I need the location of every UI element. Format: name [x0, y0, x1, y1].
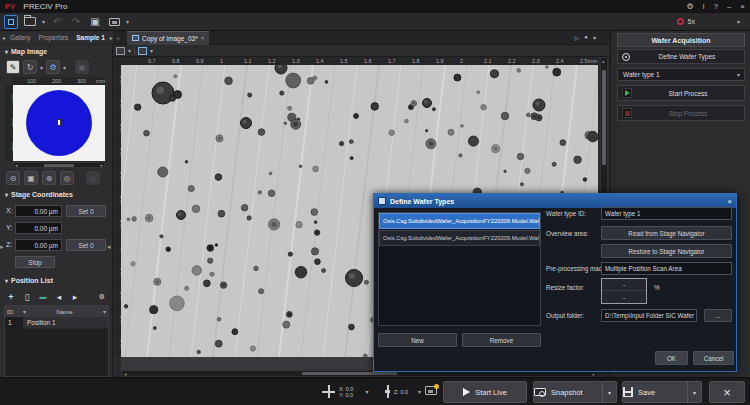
marker-tool-icon[interactable]: ✎	[6, 60, 20, 74]
start-play-icon	[622, 88, 632, 98]
wafer-type-id-field[interactable]: Wafer type 1	[601, 207, 732, 220]
record-dot-icon[interactable]: ●	[584, 34, 588, 41]
z-coordinate-field[interactable]: 0.00 µm	[15, 239, 62, 251]
add-position-icon[interactable]: +	[4, 290, 18, 303]
objective-magnification[interactable]: 5x	[688, 18, 695, 25]
tab-properties[interactable]: Properties	[36, 34, 72, 41]
x-label: X:	[6, 207, 13, 214]
position-settings-gear-icon[interactable]: ⚙	[95, 290, 109, 303]
x-coordinate-field[interactable]: 0.00 µm	[15, 205, 62, 217]
display-chevron-down-icon[interactable]: ▾	[126, 18, 129, 25]
new-button[interactable]: New	[378, 333, 457, 347]
wafer-map-canvas[interactable]	[13, 85, 105, 161]
column-id[interactable]: ID	[5, 309, 23, 315]
stop-stage-button[interactable]: Stop	[15, 256, 55, 268]
dialog-icon	[378, 197, 386, 205]
save-button[interactable]: Save ▾	[622, 381, 702, 403]
z-chevron-down-icon[interactable]: ▾	[418, 388, 421, 395]
column-name[interactable]: Name	[26, 309, 103, 315]
resize-value-top: -	[602, 279, 646, 291]
browse-folder-button[interactable]: ...	[704, 309, 732, 322]
wafer-type-dropdown[interactable]: Wafer type 1 ▾	[617, 68, 745, 81]
zoom-out-icon[interactable]: ⊖	[6, 171, 20, 185]
dialog-close-icon[interactable]: ×	[727, 197, 732, 206]
snapshot-button[interactable]: Snapshot ▾	[533, 381, 617, 403]
map-settings-chevron-down-icon[interactable]: ▾	[63, 64, 66, 71]
tabs-scroll-left-icon[interactable]: ◂	[2, 34, 5, 41]
settings-gear-icon[interactable]: ⚙	[686, 2, 693, 11]
app-window: PV PRECiV Pro ⚙ i ? – × ▾ ↶ ↷ ▣ ▾ 5x ▾ ◂…	[0, 0, 750, 405]
read-from-stage-navigator-button[interactable]: Read from Stage Navigator	[601, 226, 732, 240]
tabbar-scroll-left-icon[interactable]: ◂	[116, 34, 119, 41]
dialog-title-bar[interactable]: Define Wafer Types ×	[374, 194, 736, 208]
bottom-bar: X: 0.0 Y: 0.0 ▾ Z: 0.0 ▾ Start Live Snap…	[0, 377, 750, 405]
refresh-map-icon[interactable]: ↻	[23, 60, 37, 74]
output-folder-field[interactable]: D:\Temp\Input Folder SiC Wafer	[601, 309, 697, 322]
define-wafer-types-button[interactable]: Define Wafer Types	[617, 49, 745, 64]
save-view-chevron-icon[interactable]: ▾	[128, 47, 131, 54]
ruler-tick: 0.9	[196, 58, 204, 64]
panel-collapse-chevron-icon[interactable]: ◂	[107, 243, 111, 251]
map-settings-gear-icon[interactable]: ⚙	[46, 60, 60, 74]
undo-icon[interactable]: ↶	[50, 15, 64, 29]
open-folder-icon[interactable]	[23, 15, 37, 29]
ruler-tick: 1.4	[316, 58, 324, 64]
image-tab[interactable]: Copy of Image_03* ×	[127, 31, 209, 45]
goto-position-icon[interactable]: ▬	[36, 290, 50, 303]
view-chevron-down-icon[interactable]: ▾	[593, 34, 596, 41]
close-tab-icon[interactable]: ×	[201, 35, 205, 41]
map-horizontal-scrollbar[interactable]: ◂ ▸	[13, 162, 105, 168]
fit-view-icon[interactable]: ▣	[24, 171, 38, 185]
remove-button[interactable]: Remove	[462, 333, 541, 347]
stage-xy-control[interactable]: X: 0.0 Y: 0.0 ▾	[322, 385, 368, 398]
display-icon[interactable]	[107, 15, 121, 29]
start-process-button[interactable]: Start Process	[617, 85, 745, 101]
info-icon[interactable]: i	[703, 2, 705, 11]
save-chevron-down-icon[interactable]: ▾	[687, 381, 701, 403]
delete-position-icon[interactable]: ▯	[20, 290, 34, 303]
map-image-header[interactable]: ▾Map Image	[5, 48, 47, 55]
close-view-button[interactable]: ×	[709, 381, 745, 403]
refresh-chevron-down-icon[interactable]: ▾	[40, 64, 43, 71]
display-mode-chevron-icon[interactable]: ▾	[150, 47, 153, 54]
zoom-in-icon[interactable]: ⊕	[42, 171, 56, 185]
display-mode-icon[interactable]	[138, 47, 147, 55]
next-position-icon[interactable]: ▸	[68, 290, 82, 303]
snapshot-chevron-down-icon[interactable]: ▾	[602, 381, 616, 403]
set-zero-z-button[interactable]: Set 0	[66, 239, 106, 251]
open-chevron-down-icon[interactable]: ▾	[42, 18, 45, 25]
snapshot-settings-icon[interactable]	[425, 386, 437, 395]
resize-factor-spinner[interactable]: - -	[601, 278, 647, 304]
play-icon[interactable]: ▷	[575, 34, 580, 41]
objective-lens-icon[interactable]	[677, 18, 684, 25]
preprocessing-macro-field[interactable]: Multiple Position Scan Area	[601, 262, 732, 275]
restore-to-stage-navigator-button[interactable]: Restore to Stage Navigator	[601, 244, 732, 258]
objective-chevron-down-icon[interactable]: ▾	[737, 18, 740, 25]
name-filter-icon[interactable]: ▾	[103, 308, 108, 315]
position-row[interactable]: 1 Position 1	[5, 317, 108, 329]
tab-gallery[interactable]: Gallery	[7, 34, 34, 41]
stage-z-control[interactable]: Z: 0.0 ▾	[385, 385, 421, 398]
cancel-button[interactable]: Cancel	[693, 351, 734, 365]
xy-chevron-down-icon[interactable]: ▾	[365, 388, 368, 395]
help-icon[interactable]: ?	[713, 2, 717, 11]
wafer-type-list-item[interactable]: Osis.Csg.SubdividedWafer_AcquisitionFY22…	[379, 230, 540, 246]
ok-button[interactable]: OK	[655, 351, 688, 365]
wafer-type-list-item-selected[interactable]: Osis.Csg.SubdividedWafer_AcquisitionFY22…	[379, 213, 540, 229]
fit-screen-icon[interactable]: ▣	[88, 15, 102, 29]
tab-sample[interactable]: Sample 1	[73, 34, 108, 41]
panel-expand-chevron-icon[interactable]: ▸	[0, 243, 4, 251]
close-window-icon[interactable]: ×	[740, 2, 745, 11]
minimize-icon[interactable]: –	[727, 2, 731, 11]
set-zero-x-button[interactable]: Set 0	[66, 205, 106, 217]
layout-icon[interactable]	[4, 15, 18, 29]
previous-position-icon[interactable]: ◂	[52, 290, 66, 303]
redo-icon[interactable]: ↷	[69, 15, 83, 29]
position-list-header[interactable]: ▾Position List	[5, 277, 53, 284]
stage-coordinates-header[interactable]: ▾Stage Coordinates	[5, 191, 73, 198]
save-view-icon[interactable]	[116, 47, 125, 55]
start-live-button[interactable]: Start Live	[443, 381, 527, 403]
crosshair-icon[interactable]: ◎	[60, 171, 74, 185]
magnifier-icon: ◎	[86, 171, 100, 185]
y-coordinate-field[interactable]: 0.00 µm	[15, 222, 62, 234]
